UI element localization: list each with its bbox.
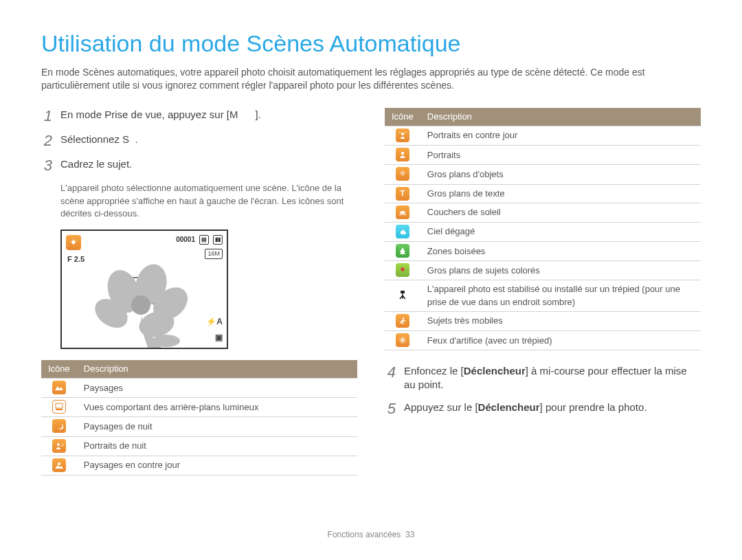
step-number: 2 xyxy=(41,133,52,149)
action-icon xyxy=(396,314,409,328)
page-footer: Fonctions avancées 33 xyxy=(0,529,742,541)
cell-desc: Sujets très mobiles xyxy=(420,311,701,331)
cell-desc: Gros plans d'objets xyxy=(420,165,701,184)
two-column-layout: 1 En mode Prise de vue, appuyez sur [M ]… xyxy=(41,108,701,475)
backlight-landscape-icon xyxy=(52,458,66,472)
svg-point-10 xyxy=(57,443,60,446)
table-row: Portraits de nuit xyxy=(41,436,357,456)
step-number: 4 xyxy=(385,364,396,381)
scene-macro-badge-icon xyxy=(66,235,81,250)
table-row: Gros plans de sujets colorés xyxy=(385,261,701,280)
table-row: Ciel dégagé xyxy=(385,222,701,241)
step-text: Sélectionnez S . xyxy=(60,133,138,146)
step-number: 5 xyxy=(385,401,396,417)
table-row: Portraits en contre jour xyxy=(385,126,701,145)
clear-sky-icon xyxy=(396,225,409,238)
white-screen-icon xyxy=(52,400,66,414)
cell-desc: Portraits xyxy=(420,146,701,165)
step-2: 2 Sélectionnez S . xyxy=(41,133,357,149)
preview-top-indicators: 00001 ▤ ▮▮ xyxy=(176,235,223,245)
table-row: L'appareil photo est stabilisé ou instal… xyxy=(385,280,701,311)
cell-desc: Zones boisées xyxy=(420,242,701,261)
step-text: Enfoncez le [Déclencheur] à mi-course po… xyxy=(404,364,701,392)
svg-point-12 xyxy=(401,133,404,135)
step-1: 1 En mode Prise de vue, appuyez sur [M ]… xyxy=(41,108,357,124)
table-row: Feux d'artifice (avec un trépied) xyxy=(385,331,701,350)
table-row: Paysages xyxy=(41,379,357,398)
table-row: Vues comportant des arrière-plans lumine… xyxy=(41,398,357,417)
table-row: Portraits xyxy=(385,146,701,165)
landscape-icon xyxy=(52,381,66,394)
table-row: Paysages en contre jour xyxy=(41,456,357,475)
macro-icon xyxy=(396,167,409,181)
frame-counter: 00001 xyxy=(176,235,195,245)
table-row: Sujets très mobiles xyxy=(385,311,701,331)
th-desc: Description xyxy=(420,108,701,126)
cell-desc: Paysages de nuit xyxy=(77,417,357,436)
table-row: Couchers de soleil xyxy=(385,203,701,222)
cell-desc: Vues comportant des arrière-plans lumine… xyxy=(77,398,357,417)
svg-point-6 xyxy=(131,295,150,315)
flower-illustration xyxy=(82,258,199,348)
th-icon: Icône xyxy=(385,108,420,126)
svg-point-14 xyxy=(402,172,404,175)
intro-paragraph: En mode Scènes automatiques, votre appar… xyxy=(41,66,701,93)
tripod-icon xyxy=(396,288,409,302)
step-text: En mode Prise de vue, appuyez sur [M ]. xyxy=(60,108,261,122)
cell-desc: Paysages xyxy=(77,379,357,398)
footer-section: Fonctions avancées xyxy=(328,530,401,539)
battery-icon: ▮▮ xyxy=(213,235,223,244)
svg-point-17 xyxy=(403,317,405,320)
svg-rect-15 xyxy=(399,214,406,215)
cell-desc: Ciel dégagé xyxy=(420,222,701,241)
table-row: T Gros plans de texte xyxy=(385,184,701,203)
left-column: 1 En mode Prise de vue, appuyez sur [M ]… xyxy=(41,108,357,475)
manual-page: Utilisation du mode Scènes Automatique E… xyxy=(0,0,742,475)
cell-desc: Gros plans de texte xyxy=(420,184,701,203)
macro-text-icon: T xyxy=(396,187,409,201)
flash-auto-icon: ⚡A xyxy=(206,316,223,328)
footer-page-number: 33 xyxy=(405,530,414,539)
step-number: 3 xyxy=(41,157,52,174)
step-text: Appuyez sur le [Déclencheur] pour prendr… xyxy=(404,401,647,414)
preview-right-bottom: ⚡A ▣ xyxy=(206,316,223,344)
cell-desc: Portraits de nuit xyxy=(77,436,357,456)
svg-point-13 xyxy=(401,152,404,155)
table-row: Paysages de nuit xyxy=(41,417,357,436)
cell-desc: Portraits en contre jour xyxy=(420,126,701,145)
right-column: Icône Description Portraits en contre jo… xyxy=(385,108,701,475)
th-icon: Icône xyxy=(41,360,77,379)
th-desc: Description xyxy=(77,360,357,379)
table-row: Gros plans d'objets xyxy=(385,165,701,184)
svg-point-7 xyxy=(153,335,180,347)
step-4: 4 Enfoncez le [Déclencheur] à mi-course … xyxy=(385,364,701,392)
svg-rect-8 xyxy=(56,403,63,408)
night-portrait-icon xyxy=(52,439,66,453)
step-note: L'appareil photo sélectionne automatique… xyxy=(60,182,357,220)
step-3: 3 Cadrez le sujet. xyxy=(41,157,357,174)
preview-right-stack: 16M xyxy=(205,249,223,259)
cell-desc: L'appareil photo est stabilisé ou instal… xyxy=(420,280,701,311)
night-landscape-icon xyxy=(52,419,66,433)
memory-card-icon: ▤ xyxy=(199,235,209,244)
cell-desc: Gros plans de sujets colorés xyxy=(420,261,701,280)
cell-desc: Paysages en contre jour xyxy=(77,456,357,475)
svg-rect-16 xyxy=(401,291,405,293)
firework-icon xyxy=(396,333,409,347)
cell-desc: Feux d'artifice (avec un trépied) xyxy=(420,331,701,350)
step-5: 5 Appuyez sur le [Déclencheur] pour pren… xyxy=(385,401,701,417)
svg-point-11 xyxy=(58,462,60,465)
icon-table-right: Icône Description Portraits en contre jo… xyxy=(385,108,701,350)
step-number: 1 xyxy=(41,108,52,124)
single-shot-icon: ▣ xyxy=(215,332,223,344)
table-row: Zones boisées xyxy=(385,242,701,261)
resolution-badge: 16M xyxy=(205,249,223,259)
step-text: Cadrez le sujet. xyxy=(60,157,132,171)
macro-color-icon xyxy=(396,263,409,277)
cell-desc: Couchers de soleil xyxy=(420,203,701,222)
sunset-icon xyxy=(396,205,409,219)
camera-preview-figure: F 2.5 00001 ▤ ▮▮ 16M ⚡A ▣ xyxy=(60,229,228,349)
forest-icon xyxy=(396,244,409,258)
svg-rect-9 xyxy=(56,409,63,410)
page-title: Utilisation du mode Scènes Automatique xyxy=(41,27,701,60)
